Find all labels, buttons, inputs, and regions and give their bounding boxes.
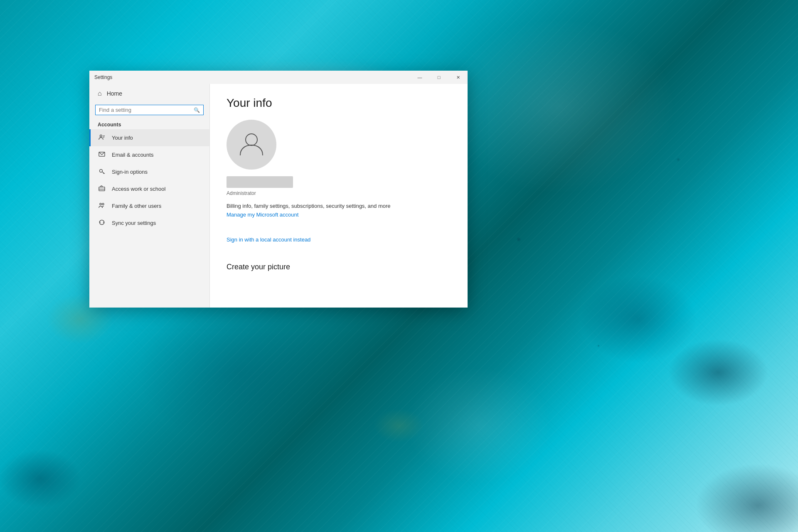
close-icon: ✕	[456, 75, 460, 80]
svg-point-9	[100, 203, 101, 205]
sidebar-item-your-info[interactable]: Your info	[89, 129, 209, 146]
avatar-section: Administrator Billing info, family setti…	[227, 120, 451, 254]
sidebar-home-label: Home	[107, 90, 122, 97]
window-title: Settings	[94, 74, 112, 80]
main-content: Your info Administrator Billing info, fa…	[210, 84, 468, 308]
window-body: ⌂ Home 🔍 Accounts	[89, 84, 468, 308]
svg-point-11	[246, 134, 257, 145]
username-bar	[227, 176, 293, 188]
manage-account-link[interactable]: Manage my Microsoft account	[227, 212, 298, 218]
accounts-section-label: Accounts	[89, 118, 209, 129]
sidebar-item-sign-in-options-label: Sign-in options	[112, 169, 148, 175]
svg-point-10	[102, 203, 104, 205]
avatar-person-icon	[237, 129, 266, 160]
key-icon	[98, 168, 106, 176]
maximize-icon: □	[438, 75, 441, 80]
sidebar-item-family-other-users-label: Family & other users	[112, 203, 161, 209]
sign-in-local-link[interactable]: Sign in with a local account instead	[227, 236, 310, 243]
user-role: Administrator	[227, 190, 256, 196]
avatar	[227, 120, 276, 170]
search-icon: 🔍	[194, 107, 200, 113]
home-icon: ⌂	[98, 90, 102, 97]
sidebar-item-email-accounts-label: Email & accounts	[112, 152, 153, 158]
briefcase-icon	[98, 185, 106, 193]
sidebar-item-access-work-school-label: Access work or school	[112, 186, 165, 192]
page-title: Your info	[227, 96, 451, 110]
titlebar: Settings — □ ✕	[89, 71, 468, 84]
settings-window: Settings — □ ✕ ⌂ Home 🔍	[89, 71, 468, 308]
sync-icon	[98, 219, 106, 227]
sidebar-item-email-accounts[interactable]: Email & accounts	[89, 146, 209, 163]
minimize-button[interactable]: —	[410, 71, 429, 84]
sidebar: ⌂ Home 🔍 Accounts	[89, 84, 210, 308]
sidebar-item-your-info-label: Your info	[112, 135, 133, 141]
minimize-icon: —	[418, 75, 422, 80]
search-input[interactable]	[99, 107, 190, 113]
titlebar-controls: — □ ✕	[410, 71, 468, 84]
sidebar-item-sync-settings-label: Sync your settings	[112, 220, 156, 226]
svg-point-0	[100, 135, 102, 137]
people-icon	[98, 202, 106, 210]
billing-info-text: Billing info, family settings, subscript…	[227, 203, 391, 209]
envelope-icon	[98, 151, 106, 159]
sidebar-home[interactable]: ⌂ Home	[89, 84, 209, 103]
maximize-button[interactable]: □	[429, 71, 448, 84]
create-picture-title: Create your picture	[227, 263, 451, 271]
sidebar-item-sync-settings[interactable]: Sync your settings	[89, 214, 209, 232]
sidebar-item-access-work-school[interactable]: Access work or school	[89, 180, 209, 197]
sidebar-item-family-other-users[interactable]: Family & other users	[89, 197, 209, 214]
svg-point-4	[100, 170, 103, 172]
sidebar-item-sign-in-options[interactable]: Sign-in options	[89, 163, 209, 180]
close-button[interactable]: ✕	[448, 71, 468, 84]
search-box: 🔍	[95, 105, 204, 115]
person-lines-icon	[98, 134, 106, 142]
